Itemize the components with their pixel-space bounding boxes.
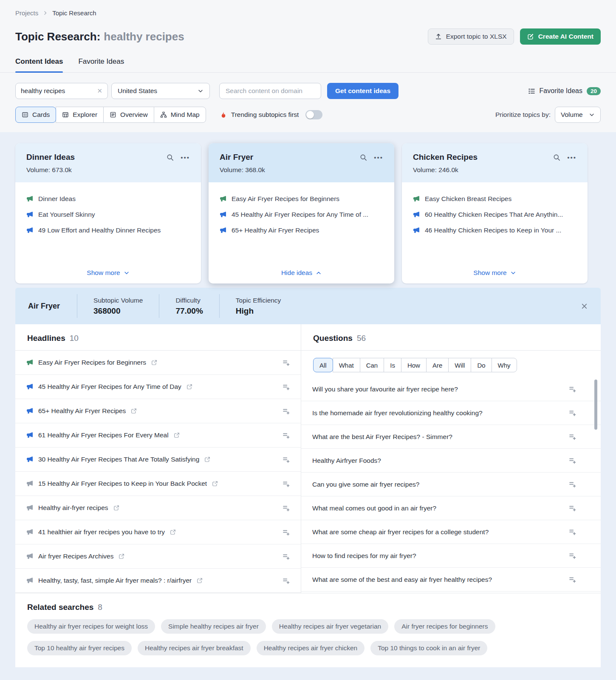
card-headline-item[interactable]: 49 Low Effort and Healthy Dinner Recipes [26, 227, 190, 234]
headline-row[interactable]: 65+ Healthy Air Fryer Recipes [15, 399, 301, 423]
view-mode-explorer[interactable]: Explorer [56, 107, 104, 123]
add-to-list-icon[interactable] [283, 480, 290, 487]
close-icon[interactable] [581, 303, 588, 310]
question-row[interactable]: Healthy Airfryer Foods? [301, 449, 601, 473]
prioritize-select[interactable]: Volume [555, 107, 601, 123]
favorite-ideas-link[interactable]: Favorite Ideas 20 [528, 87, 601, 95]
card-headline-item[interactable]: 60 Healthy Chicken Recipes That Are Anyt… [413, 211, 576, 218]
headline-row[interactable]: Healthy air-fryer recipes [15, 496, 301, 520]
headline-row[interactable]: 61 Healthy Air Fryer Recipes For Every M… [15, 423, 301, 448]
related-search-chip[interactable]: Top 10 healthy air fryer recipes [27, 641, 132, 655]
add-to-list-icon[interactable] [569, 481, 576, 488]
external-link-icon[interactable] [197, 578, 203, 584]
add-to-list-icon[interactable] [283, 553, 290, 560]
question-row[interactable]: What meal comes out good in an air fryer… [301, 496, 601, 520]
related-search-chip[interactable]: Top 10 things to cook in an air fryer [370, 641, 487, 655]
question-row[interactable]: Can you give some air fryer recipes? [301, 473, 601, 496]
question-filter-why[interactable]: Why [492, 358, 517, 372]
topic-query-input[interactable] [21, 87, 97, 95]
breadcrumb-projects[interactable]: Projects [15, 9, 38, 17]
add-to-list-icon[interactable] [569, 504, 576, 512]
question-row[interactable]: Is the homemade air fryer revolutionizin… [301, 401, 601, 425]
add-to-list-icon[interactable] [283, 432, 290, 439]
card-headline-item[interactable]: Easy Air Fryer Recipes for Beginners [220, 195, 383, 203]
view-mode-cards[interactable]: Cards [15, 107, 56, 123]
tab-content-ideas[interactable]: Content Ideas [15, 57, 63, 72]
add-to-list-icon[interactable] [283, 456, 290, 463]
external-link-icon[interactable] [113, 505, 119, 511]
add-to-list-icon[interactable] [569, 433, 576, 440]
view-mode-overview[interactable]: Overview [103, 107, 154, 123]
add-to-list-icon[interactable] [569, 528, 576, 536]
headline-row[interactable]: Air fryer Recipes Archives [15, 544, 301, 569]
external-link-icon[interactable] [212, 481, 218, 487]
related-search-chip[interactable]: Healthy recipes air fryer chicken [257, 641, 365, 655]
card-headline-item[interactable]: Eat Yourself Skinny [26, 211, 190, 218]
question-row[interactable]: What are some cheap air fryer recipes fo… [301, 520, 601, 544]
question-filter-is[interactable]: Is [384, 358, 401, 372]
related-search-chip[interactable]: Healthy recipes air fryer breakfast [138, 641, 251, 655]
add-to-list-icon[interactable] [283, 529, 290, 536]
tab-favorite-ideas[interactable]: Favorite Ideas [78, 57, 124, 72]
more-options-icon[interactable]: ••• [181, 154, 190, 161]
card-headline-item[interactable]: Dinner Ideas [26, 195, 190, 203]
search-icon[interactable] [553, 154, 560, 161]
headline-row[interactable]: 41 healthier air fryer recipes you have … [15, 520, 301, 544]
question-row[interactable]: How to find recipes for my air fryer? [301, 544, 601, 568]
related-search-chip[interactable]: Air fryer recipes for beginners [394, 619, 495, 634]
headline-row[interactable]: Easy Air Fryer Recipes for Beginners [15, 351, 301, 375]
external-link-icon[interactable] [151, 360, 157, 366]
question-row[interactable]: What are some of the best and easy air f… [301, 568, 601, 592]
clear-query-icon[interactable]: ✕ [97, 87, 102, 95]
create-ai-content-button[interactable]: Create AI Content [520, 28, 601, 45]
question-filter-what[interactable]: What [333, 358, 360, 372]
question-filter-can[interactable]: Can [360, 358, 384, 372]
hide-ideas-link[interactable]: Hide ideas [281, 269, 322, 277]
card-headline-item[interactable]: 45 Healthy Air Fryer Recipes for Any Tim… [220, 211, 383, 218]
related-search-chip[interactable]: Healthy air fryer recipes for weight los… [27, 619, 155, 634]
search-icon[interactable] [167, 154, 174, 161]
external-link-icon[interactable] [186, 384, 192, 390]
more-options-icon[interactable]: ••• [567, 154, 576, 161]
headline-row[interactable]: 30 Healthy Air Fryer Recipes That Are To… [15, 448, 301, 472]
question-filter-are[interactable]: Are [426, 358, 449, 372]
question-filter-how[interactable]: How [401, 358, 427, 372]
headline-row[interactable]: 45 Healthy Air Fryer Recipes for Any Tim… [15, 375, 301, 399]
question-row[interactable]: What are the best Air Fryer Recipes? - S… [301, 425, 601, 449]
add-to-list-icon[interactable] [569, 576, 576, 583]
external-link-icon[interactable] [170, 529, 176, 535]
add-to-list-icon[interactable] [283, 408, 290, 415]
add-to-list-icon[interactable] [569, 385, 576, 393]
related-search-chip[interactable]: Simple healthy recipes air fryer [161, 619, 266, 634]
question-filter-do[interactable]: Do [471, 358, 492, 372]
external-link-icon[interactable] [119, 553, 124, 559]
card-headline-item[interactable]: 65+ Healthy Air Fryer Recipes [220, 227, 383, 234]
search-icon[interactable] [360, 154, 367, 161]
more-options-icon[interactable]: ••• [374, 154, 383, 161]
view-mode-mindmap[interactable]: Mind Map [154, 107, 206, 123]
add-to-list-icon[interactable] [283, 577, 290, 584]
card-headline-item[interactable]: Easy Chicken Breast Recipes [413, 195, 576, 203]
export-xlsx-button[interactable]: Export topic to XLSX [428, 28, 514, 45]
external-link-icon[interactable] [131, 408, 137, 414]
external-link-icon[interactable] [204, 456, 210, 462]
add-to-list-icon[interactable] [283, 359, 290, 366]
add-to-list-icon[interactable] [569, 552, 576, 559]
show-more-link[interactable]: Show more [473, 269, 516, 277]
domain-search-input[interactable]: Search content on domain [219, 83, 321, 99]
topic-query-field[interactable]: ✕ [15, 83, 108, 99]
question-filter-all[interactable]: All [313, 358, 333, 372]
headline-row[interactable]: 15 Healthy Air Fryer Recipes to Keep in … [15, 472, 301, 496]
add-to-list-icon[interactable] [283, 383, 290, 391]
question-row[interactable]: Will you share your favourite air fryer … [301, 377, 601, 401]
card-headline-item[interactable]: 46 Healthy Chicken Recipes to Keep in Yo… [413, 227, 576, 234]
related-search-chip[interactable]: Healthy recipes air fryer vegetarian [272, 619, 388, 634]
country-select[interactable]: United States [111, 83, 210, 99]
show-more-link[interactable]: Show more [87, 269, 129, 277]
get-content-ideas-button[interactable]: Get content ideas [327, 83, 398, 99]
add-to-list-icon[interactable] [283, 504, 290, 512]
question-filter-will[interactable]: Will [448, 358, 471, 372]
external-link-icon[interactable] [174, 432, 180, 438]
headline-row[interactable]: Healthy, tasty, fast, simple Air fryer m… [15, 569, 301, 593]
questions-scrollbar[interactable] [594, 380, 597, 430]
